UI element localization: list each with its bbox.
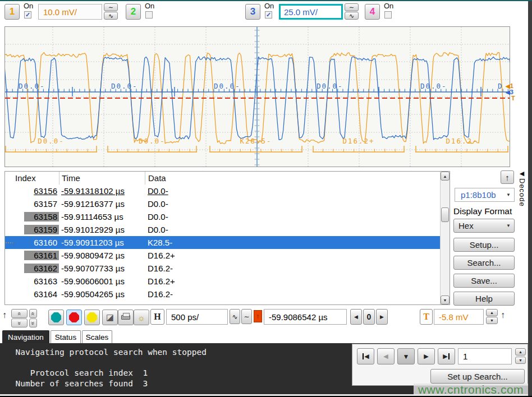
channel-3-scale-input[interactable] [279, 4, 343, 20]
scale-up-icon[interactable]: ∼ [345, 3, 359, 11]
spin-down-icon[interactable]: ▼ [486, 317, 498, 324]
run-button[interactable] [48, 310, 64, 325]
tab-navigation[interactable]: Navigation [2, 330, 49, 343]
navigation-panel: ◀ ◀ ▼ ▶ ▶ ▲ ▼ Set up Search... [352, 344, 528, 386]
table-row-selected[interactable]: 63160-59.90911203 µsK28.5- [5, 236, 441, 249]
status-tabs: Navigation Status Scales [0, 330, 528, 343]
position-right-icon[interactable]: ▶ [376, 309, 388, 325]
timebase-coarse-icon[interactable]: ∼ [241, 309, 252, 324]
trigger-button[interactable]: T [420, 309, 433, 325]
waveform-display[interactable]: D0.0-D0.0-D0.0-D0.0-D0.0-DD0.0-D0.0-K28.… [4, 26, 510, 167]
channel-1-scale-steppers: ∼ ∿ [104, 3, 118, 20]
channel-1-button[interactable]: 1 [4, 4, 20, 20]
single-button[interactable] [84, 310, 100, 325]
table-row[interactable]: 63158-59.91114653 µsD0.0- [5, 210, 441, 223]
channel-3-on-checkbox[interactable]: ✓ [265, 11, 272, 19]
scrollbar-thumb[interactable] [441, 207, 449, 222]
nav-last-button[interactable]: ▶ [438, 348, 455, 364]
table-row[interactable]: 63161-59.90809472 µsD16.2+ [5, 249, 441, 262]
table-row[interactable]: 63159-59.91012929 µsD0.0- [5, 223, 441, 236]
scale-down-icon[interactable]: ∿ [104, 12, 118, 20]
horizontal-toolbar: ↑ « » « » ◪ ☼ H ∿ ∼ ↑ ◀ 0 ▶ T ▲ ▼ ↑ [0, 307, 528, 330]
scroll-down-icon[interactable]: ▼ [441, 296, 450, 304]
tab-status[interactable]: Status [51, 330, 81, 343]
horizontal-button[interactable]: H [150, 309, 164, 325]
spin-down-icon[interactable]: ▼ [515, 357, 526, 364]
brightness-icon: ☼ [137, 313, 145, 322]
collapse-up-icon[interactable]: ↑ [501, 170, 514, 184]
chevron-double-up-icon[interactable]: « [11, 309, 27, 318]
trigger-position-icon [6, 242, 13, 243]
table-row[interactable]: 63156-59.91318102 µsD0.0- [5, 184, 441, 197]
decode-source-select[interactable]: p1:8b10b▼ [455, 188, 515, 202]
trigger-level-input[interactable] [434, 309, 484, 325]
table-row[interactable]: 63157-59.91216377 µsD0.0- [5, 197, 441, 210]
tab-scales[interactable]: Scales [82, 330, 112, 343]
display-format-select[interactable]: Hex▼ [453, 219, 515, 233]
display-settings-button[interactable]: ☼ [134, 310, 149, 325]
oscilloscope-window: 1 On ✓ ∼ ∿ 2 On 3 On ✓ ∼ ∿ 4 On [0, 0, 532, 397]
channel-2-button[interactable]: 2 [126, 4, 141, 20]
trigger-level-stepper: ▲ ▼ [486, 309, 498, 325]
search-index-input[interactable] [458, 348, 512, 364]
table-row[interactable]: 63163-59.90606001 µsD16.2+ [5, 275, 441, 288]
table-header: Index Time Data [5, 172, 450, 184]
stop-button[interactable] [66, 310, 82, 325]
chevron-double-down-icon[interactable]: » [11, 318, 27, 327]
channel-2-on-label: On [145, 2, 154, 10]
status-text: Navigating protocol search when stopped … [6, 347, 207, 389]
desktop-right-edge [528, 1, 532, 396]
table-scrollbar[interactable]: ▲ ▼ [440, 172, 450, 304]
channel-4-on-checkbox[interactable] [384, 11, 392, 19]
position-zero-button[interactable]: 0 [363, 309, 375, 325]
svg-text:D: D [498, 82, 503, 90]
display-format-label: Display Format [453, 206, 512, 216]
spin-up-icon[interactable]: ▲ [486, 309, 498, 316]
spin-up-icon[interactable]: ▲ [515, 348, 526, 356]
nav-previous-button[interactable]: ◀ [377, 348, 395, 364]
trigger-level-marker[interactable]: T [511, 95, 515, 101]
channel-4-button[interactable]: 4 [365, 4, 380, 20]
table-row[interactable]: 63162-59.90707733 µsD16.2- [5, 262, 441, 275]
channel-1-on-label: On [24, 2, 33, 10]
move-up-icon[interactable]: ↑ [2, 310, 7, 320]
search-button[interactable]: Search... [453, 256, 515, 270]
left-arrow-icon: ◀ [506, 83, 510, 89]
scroll-up-icon[interactable]: ▲ [441, 172, 450, 181]
save-button[interactable]: Save... [453, 274, 515, 288]
decode-tab[interactable]: ◀ Decode [516, 170, 528, 224]
horizontal-position-input[interactable] [264, 309, 347, 325]
scale-up-icon[interactable]: ∼ [104, 3, 118, 11]
channel-3-button[interactable]: 3 [245, 4, 260, 20]
first-icon [363, 353, 364, 359]
channel-1-on-checkbox[interactable]: ✓ [24, 11, 31, 19]
chevron-double-down-icon[interactable]: » [29, 318, 37, 327]
channel-1-scale-input[interactable] [38, 4, 102, 20]
table-row[interactable]: 63164-59.90504265 µsD16.2- [5, 288, 441, 301]
svg-text:D0.0-: D0.0- [420, 82, 447, 90]
trigger-edge-icon[interactable]: ↑ [254, 310, 262, 322]
svg-text:D0.0-: D0.0- [139, 137, 166, 145]
column-header-data[interactable]: Data [145, 172, 450, 184]
help-button[interactable]: Help [453, 292, 515, 306]
nav-next-button[interactable]: ▶ [418, 348, 435, 364]
setup-button[interactable]: Setup... [453, 238, 515, 252]
nav-stop-button[interactable]: ▼ [397, 348, 415, 364]
print-button[interactable] [118, 310, 134, 325]
left-arrow-icon: ◀ [506, 89, 510, 95]
chevron-down-icon: ▼ [506, 192, 511, 197]
set-up-search-button[interactable]: Set up Search... [430, 369, 525, 384]
column-header-index[interactable]: Index [5, 173, 59, 183]
chevron-double-up-icon[interactable]: « [29, 309, 37, 318]
screen-capture-button[interactable]: ◪ [102, 310, 118, 325]
position-left-icon[interactable]: ◀ [350, 309, 362, 325]
channel-2-on-checkbox[interactable] [145, 11, 153, 19]
waveform-svg: D0.0-D0.0-D0.0-D0.0-D0.0-DD0.0-D0.0-K28.… [5, 27, 510, 167]
timebase-input[interactable] [166, 309, 228, 325]
timebase-fine-icon[interactable]: ∿ [230, 309, 240, 324]
move-up-icon[interactable]: ↑ [501, 310, 505, 320]
scale-down-icon[interactable]: ∿ [345, 12, 359, 20]
svg-text:D0.0-: D0.0- [111, 82, 138, 90]
column-header-time[interactable]: Time [59, 172, 145, 184]
nav-first-button[interactable]: ◀ [357, 348, 374, 364]
